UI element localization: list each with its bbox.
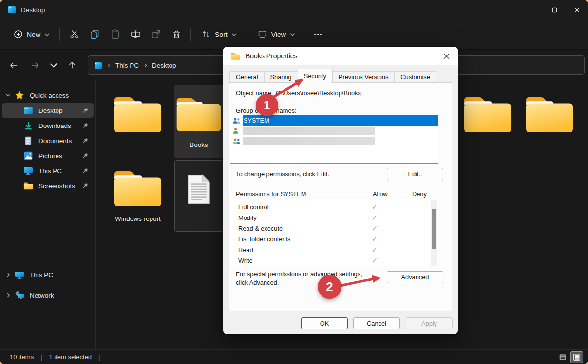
sidebar-item-quick-access[interactable]: Quick access <box>2 88 94 103</box>
tab-sharing[interactable]: Sharing <box>264 71 298 83</box>
sort-button[interactable]: Sort <box>195 25 243 43</box>
items-count: 10 items <box>10 353 34 361</box>
edit-hint: To change permissions, click Edit. <box>236 170 329 178</box>
ok-button[interactable]: OK <box>301 317 348 329</box>
details-view-button[interactable] <box>556 351 569 363</box>
close-button[interactable] <box>566 0 588 19</box>
tab-general[interactable]: General <box>229 71 265 83</box>
pictures-icon <box>23 151 33 161</box>
copy-button[interactable] <box>84 25 105 44</box>
sidebar-item-screenshots[interactable]: Screenshots <box>2 179 94 193</box>
folder-icon <box>231 52 241 60</box>
check-icon: ✓ <box>360 224 389 233</box>
share-button[interactable] <box>146 25 166 44</box>
pin-icon <box>82 122 89 129</box>
more-options-button[interactable] <box>308 25 328 44</box>
permission-row: Full control✓ <box>230 201 438 212</box>
folder-tile-books[interactable]: Books <box>174 85 223 158</box>
list-item-user[interactable] <box>230 126 438 136</box>
pin-icon <box>82 182 89 189</box>
rename-button[interactable] <box>125 25 146 44</box>
divider <box>190 28 191 41</box>
recent-locations-button[interactable] <box>45 56 62 74</box>
view-button[interactable]: View <box>251 25 301 43</box>
apply-button[interactable]: Apply <box>406 317 453 329</box>
desktop-icon <box>23 106 33 115</box>
permission-row: Write✓ <box>230 255 438 266</box>
forward-button[interactable] <box>26 56 44 74</box>
scrollbar[interactable] <box>431 200 437 266</box>
allow-column-header: Allow <box>373 190 388 198</box>
folder-tile[interactable] <box>460 85 515 158</box>
document-icon <box>186 173 211 205</box>
title-bar: Desktop <box>0 0 588 19</box>
tab-customise[interactable]: Customise <box>394 71 436 83</box>
view-label: View <box>271 31 286 38</box>
permission-row: List folder contents✓ <box>230 234 438 244</box>
document-icon <box>23 136 33 146</box>
delete-button[interactable] <box>166 25 187 44</box>
paste-button[interactable] <box>105 25 125 44</box>
paste-icon <box>110 29 121 40</box>
selected-principal: SYSTEM <box>243 115 438 126</box>
sidebar-item-downloads[interactable]: Downloads <box>2 118 94 133</box>
breadcrumb-desktop[interactable]: Desktop <box>152 62 176 69</box>
chevron-down-icon[interactable] <box>2 93 15 98</box>
new-button[interactable]: New <box>8 26 56 43</box>
dialog-title: Books Properties <box>246 52 298 60</box>
chevron-right-icon[interactable] <box>2 293 15 298</box>
tree-item-network[interactable]: Network <box>2 288 94 303</box>
back-button[interactable] <box>5 56 22 74</box>
edit-button[interactable]: Edit.. <box>387 168 443 180</box>
list-item-system[interactable]: SYSTEM <box>230 115 438 126</box>
permissions-header: Permissions for SYSTEM <box>236 190 306 198</box>
sidebar-item-documents[interactable]: Documents <box>2 133 94 148</box>
redacted-name <box>243 127 375 135</box>
tree-item-this-pc[interactable]: This PC <box>2 268 94 282</box>
list-item-group[interactable] <box>230 136 438 146</box>
pin-icon <box>82 167 89 174</box>
sidebar-item-pictures[interactable]: Pictures <box>2 148 94 163</box>
scrollbar-thumb[interactable] <box>432 209 436 249</box>
sort-arrows-icon <box>201 29 211 39</box>
group-user-names-list[interactable]: SYSTEM <box>230 115 438 164</box>
dialog-tabs: General Sharing Security Previous Versio… <box>229 69 436 83</box>
folder-tile-windows-report[interactable]: Windows report <box>110 159 166 231</box>
ellipsis-icon <box>312 29 323 40</box>
download-icon <box>23 121 33 130</box>
chevron-right-icon[interactable] <box>2 273 15 277</box>
permission-row: Modify✓ <box>230 212 438 223</box>
large-icons-view-button[interactable] <box>570 351 583 363</box>
users-icon <box>232 138 241 145</box>
new-label: New <box>27 31 40 38</box>
document-tile[interactable] <box>174 160 223 232</box>
advanced-button[interactable]: Advanced <box>387 271 443 283</box>
permissions-list[interactable]: Full control✓ Modify✓ Read & execute✓ Li… <box>230 199 438 266</box>
folder-icon <box>174 93 223 134</box>
copy-icon <box>89 29 100 40</box>
scissors-icon <box>69 29 80 40</box>
redacted-name <box>243 137 375 145</box>
cut-button[interactable] <box>64 25 84 44</box>
minimize-button[interactable] <box>521 0 543 19</box>
dialog-title-bar: Books Properties <box>223 47 458 65</box>
sidebar-item-desktop[interactable]: Desktop <box>2 103 94 118</box>
desktop-icon <box>7 5 16 14</box>
permission-row: Read✓ <box>230 244 438 255</box>
breadcrumb-this-pc[interactable]: This PC <box>115 62 139 69</box>
sidebar-item-this-pc[interactable]: This PC <box>2 164 94 178</box>
chevron-right-icon <box>107 63 111 68</box>
sidebar-label: Network <box>30 292 54 299</box>
folder-tile[interactable] <box>110 85 166 158</box>
cancel-button[interactable]: Cancel <box>353 317 400 329</box>
sidebar-label: Screenshots <box>38 182 75 190</box>
tab-security[interactable]: Security <box>298 69 333 83</box>
pin-icon <box>82 107 89 114</box>
folder-icon <box>524 93 575 134</box>
dialog-close-button[interactable] <box>435 47 458 65</box>
up-button[interactable] <box>63 56 81 74</box>
maximize-button[interactable] <box>543 0 566 19</box>
tab-previous-versions[interactable]: Previous Versions <box>332 71 395 83</box>
check-icon: ✓ <box>360 245 389 254</box>
folder-tile[interactable] <box>522 85 577 158</box>
